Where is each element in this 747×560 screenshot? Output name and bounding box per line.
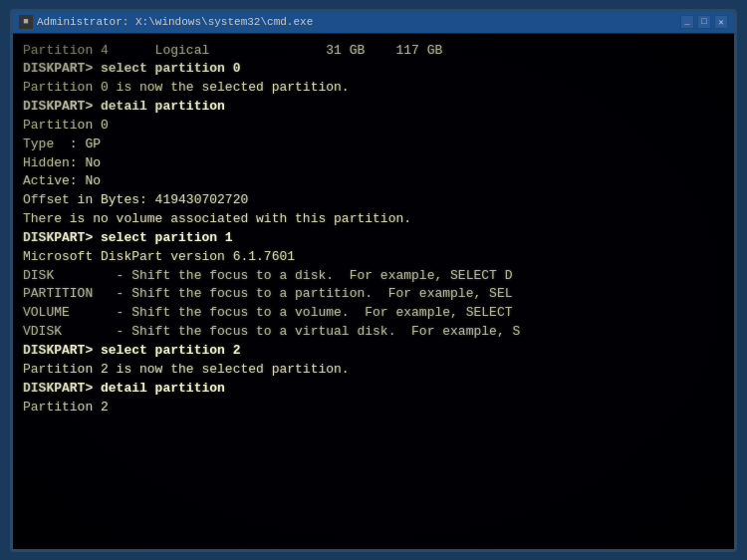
- terminal-line: Partition 4 Logical 31 GB 117 GB: [23, 42, 724, 61]
- window-icon: ■: [19, 15, 33, 29]
- window-controls: _ □ ✕: [680, 15, 728, 29]
- terminal-line: DISKPART> select parition 1: [23, 229, 724, 248]
- terminal-line: There is no volume associated with this …: [23, 210, 724, 229]
- terminal-line: DISKPART> select partition 2: [23, 342, 724, 361]
- window-title: Administrator: X:\windows\system32\cmd.e…: [37, 16, 313, 28]
- terminal-line: Offset in Bytes: 419430702720: [23, 191, 724, 210]
- terminal-line: DISKPART> detail partition: [23, 98, 724, 117]
- terminal-screen[interactable]: Partition 4 Logical 31 GB 117 GBDISKPART…: [13, 34, 734, 549]
- terminal-line: DISK - Shift the focus to a disk. For ex…: [23, 267, 724, 286]
- maximize-button[interactable]: □: [697, 15, 711, 29]
- title-bar: ■ Administrator: X:\windows\system32\cmd…: [13, 12, 734, 34]
- terminal-line: DISKPART> select partition 0: [23, 60, 724, 79]
- terminal-line: Partition 2: [23, 399, 724, 418]
- terminal-line: PARTITION - Shift the focus to a partiti…: [23, 285, 724, 304]
- terminal-line: Type : GP: [23, 136, 724, 154]
- terminal-line: Active: No: [23, 172, 724, 191]
- terminal-line: Hidden: No: [23, 154, 724, 173]
- terminal-line: VDISK - Shift the focus to a virtual dis…: [23, 323, 724, 342]
- close-button[interactable]: ✕: [714, 15, 728, 29]
- terminal-line: VOLUME - Shift the focus to a volume. Fo…: [23, 304, 724, 323]
- terminal-line: Partition 0: [23, 117, 724, 136]
- terminal-line: DISKPART> detail partition: [23, 380, 724, 399]
- terminal-line: Microsoft DiskPart version 6.1.7601: [23, 248, 724, 267]
- terminal-output: Partition 4 Logical 31 GB 117 GBDISKPART…: [23, 42, 724, 418]
- terminal-line: Partition 0 is now the selected partitio…: [23, 79, 724, 98]
- terminal-window: ■ Administrator: X:\windows\system32\cmd…: [10, 9, 737, 552]
- minimize-button[interactable]: _: [680, 15, 694, 29]
- terminal-line: Partition 2 is now the selected partitio…: [23, 361, 724, 380]
